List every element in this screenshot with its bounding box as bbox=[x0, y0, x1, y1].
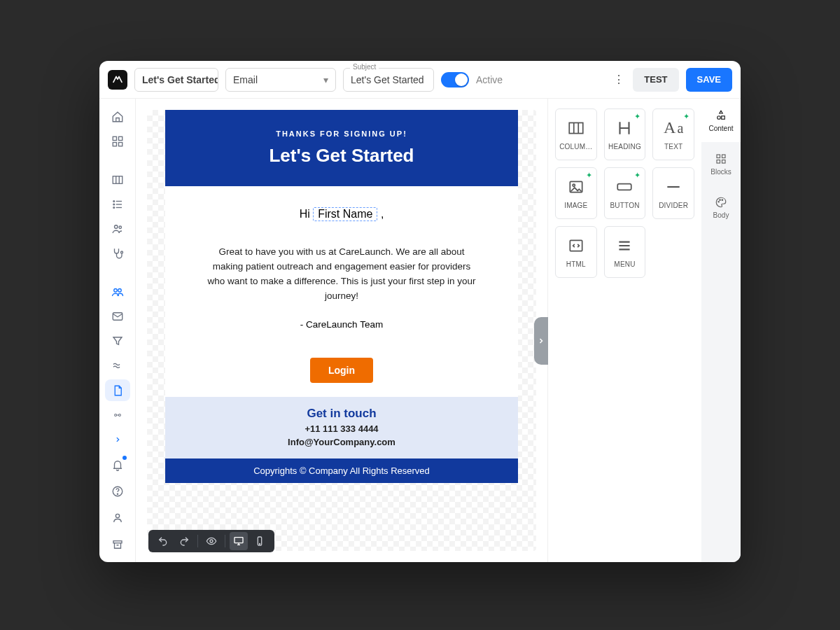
email-preview[interactable]: THANKS FOR SIGNING UP! Let's Get Started… bbox=[165, 110, 518, 483]
footer-email: Info@YourCompany.com bbox=[172, 437, 511, 447]
email-body-text[interactable]: Great to have you with us at CareLaunch.… bbox=[165, 228, 518, 309]
nav-layout[interactable] bbox=[105, 169, 130, 190]
document-title-input[interactable]: Let's Get Started bbox=[134, 68, 218, 92]
tab-label: Blocks bbox=[710, 168, 731, 176]
tab-body[interactable]: Body bbox=[701, 186, 741, 229]
tab-label: Body bbox=[713, 211, 729, 219]
subject-input[interactable]: Let's Get Started bbox=[343, 68, 434, 92]
block-label: HEADING bbox=[608, 143, 641, 150]
more-menu-button[interactable]: ⋮ bbox=[612, 73, 626, 86]
eye-icon bbox=[206, 536, 217, 547]
nav-profile[interactable] bbox=[105, 506, 130, 530]
desktop-icon bbox=[233, 536, 244, 547]
nav-people[interactable] bbox=[105, 218, 130, 239]
mobile-view-button[interactable] bbox=[251, 532, 269, 550]
footer-heading: Get in touch bbox=[172, 407, 511, 421]
nav-approx[interactable] bbox=[105, 355, 130, 377]
shapes-icon bbox=[715, 109, 727, 122]
desktop-view-button[interactable] bbox=[230, 532, 248, 550]
active-toggle[interactable] bbox=[441, 72, 469, 88]
email-header[interactable]: THANKS FOR SIGNING UP! Let's Get Started bbox=[165, 110, 518, 186]
left-nav-rail bbox=[99, 99, 136, 562]
help-icon bbox=[111, 485, 124, 498]
svg-rect-31 bbox=[717, 155, 720, 158]
svg-rect-19 bbox=[113, 541, 122, 543]
svg-rect-24 bbox=[569, 122, 583, 133]
block-text[interactable]: ✦ Aa TEXT bbox=[652, 108, 694, 160]
svg-point-8 bbox=[114, 225, 118, 229]
blocks-palette: COLUM… ✦ HEADING ✦ Aa TEXT ✦ bbox=[548, 99, 701, 562]
ai-badge-icon: ✦ bbox=[634, 171, 640, 180]
redo-button[interactable] bbox=[175, 532, 193, 550]
block-image[interactable]: ✦ IMAGE bbox=[555, 167, 597, 219]
svg-rect-2 bbox=[113, 142, 116, 146]
email-signoff[interactable]: - CareLaunch Team bbox=[165, 309, 518, 334]
block-label: MENU bbox=[614, 260, 635, 268]
list-icon bbox=[111, 198, 124, 211]
email-cta-button[interactable]: Login bbox=[310, 358, 373, 383]
email-copyright[interactable]: Copyrights © Company All Rights Reserved bbox=[165, 458, 518, 483]
svg-point-36 bbox=[720, 199, 721, 200]
block-columns[interactable]: COLUM… bbox=[555, 108, 597, 160]
subject-field-label: Subject bbox=[350, 63, 379, 71]
nav-dashboard[interactable] bbox=[105, 130, 130, 152]
app-logo[interactable] bbox=[108, 70, 127, 90]
undo-button[interactable] bbox=[154, 532, 172, 550]
footer-phone: +11 111 333 4444 bbox=[172, 424, 511, 434]
nav-help[interactable] bbox=[105, 479, 130, 503]
top-toolbar: Let's Get Started Email ▾ Subject Let's … bbox=[99, 61, 741, 99]
email-footer-contact[interactable]: Get in touch +11 111 333 4444 Info@YourC… bbox=[165, 397, 518, 458]
block-divider[interactable]: DIVIDER bbox=[652, 167, 694, 219]
email-greeting[interactable]: Hi First Name , bbox=[165, 186, 518, 228]
svg-point-7 bbox=[113, 207, 114, 209]
chevron-down-icon: ▾ bbox=[323, 74, 328, 85]
nav-mail[interactable] bbox=[105, 306, 130, 328]
svg-point-37 bbox=[722, 199, 723, 200]
svg-point-14 bbox=[114, 414, 116, 416]
nav-filter[interactable] bbox=[105, 330, 130, 352]
app-window: Let's Get Started Email ▾ Subject Let's … bbox=[99, 61, 741, 562]
block-heading[interactable]: ✦ HEADING bbox=[604, 108, 646, 160]
nav-list[interactable] bbox=[105, 193, 130, 215]
editor-canvas[interactable]: THANKS FOR SIGNING UP! Let's Get Started… bbox=[136, 99, 547, 562]
nav-expand[interactable] bbox=[105, 428, 130, 450]
undo-icon bbox=[158, 536, 169, 547]
ai-badge-icon: ✦ bbox=[634, 112, 640, 121]
panel-collapse-handle[interactable] bbox=[534, 317, 548, 365]
user-icon bbox=[111, 512, 124, 524]
svg-rect-3 bbox=[118, 142, 122, 146]
preview-toolbar bbox=[148, 530, 274, 552]
merge-field-firstname[interactable]: First Name bbox=[313, 207, 377, 221]
nav-clinical[interactable] bbox=[105, 243, 130, 265]
ai-badge-icon: ✦ bbox=[683, 112, 690, 121]
save-button[interactable]: SAVE bbox=[686, 68, 732, 92]
svg-rect-1 bbox=[118, 136, 122, 140]
svg-point-9 bbox=[119, 226, 121, 228]
channel-select[interactable]: Email ▾ bbox=[225, 68, 336, 92]
nav-notifications[interactable] bbox=[105, 453, 130, 477]
block-html[interactable]: HTML bbox=[555, 226, 597, 278]
preview-button[interactable] bbox=[202, 532, 220, 550]
nav-archive[interactable] bbox=[105, 533, 130, 556]
tab-blocks[interactable]: Blocks bbox=[701, 142, 741, 186]
svg-point-5 bbox=[113, 201, 114, 202]
subject-field-wrap: Subject Let's Get Started bbox=[343, 68, 434, 92]
app-body: THANKS FOR SIGNING UP! Let's Get Started… bbox=[99, 99, 741, 562]
block-label: DIVIDER bbox=[659, 202, 688, 209]
nav-team[interactable] bbox=[105, 281, 130, 303]
nav-link[interactable] bbox=[105, 404, 130, 426]
tab-content[interactable]: Content bbox=[701, 99, 741, 142]
columns-icon bbox=[567, 119, 585, 137]
block-menu[interactable]: MENU bbox=[604, 226, 646, 278]
block-button[interactable]: ✦ BUTTON bbox=[604, 167, 646, 219]
stethoscope-icon bbox=[111, 247, 124, 260]
nav-home[interactable] bbox=[105, 106, 130, 127]
test-button[interactable]: TEST bbox=[633, 68, 678, 92]
tab-label: Content bbox=[708, 125, 733, 132]
chevron-right-icon bbox=[537, 337, 545, 345]
svg-rect-34 bbox=[722, 160, 726, 163]
bell-icon bbox=[111, 458, 124, 471]
nav-page[interactable] bbox=[105, 379, 130, 401]
ai-badge-icon: ✦ bbox=[586, 171, 592, 180]
svg-rect-30 bbox=[722, 115, 725, 119]
